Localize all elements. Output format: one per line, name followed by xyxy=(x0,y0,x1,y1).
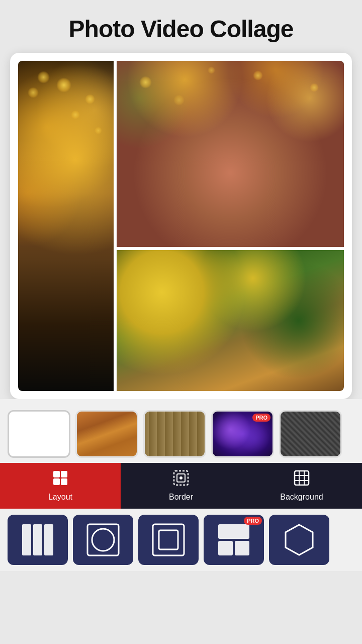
collage-grid xyxy=(18,61,344,391)
svg-marker-22 xyxy=(286,525,313,555)
tab-layout[interactable]: Layout xyxy=(0,463,121,509)
tab-border[interactable]: Border xyxy=(121,463,241,509)
svg-rect-3 xyxy=(61,478,67,485)
background-icon xyxy=(294,470,310,490)
bg-item-white[interactable] xyxy=(8,410,70,458)
svg-rect-7 xyxy=(295,471,309,485)
layout-icon xyxy=(52,470,68,490)
svg-rect-21 xyxy=(235,541,249,555)
svg-rect-13 xyxy=(33,524,42,555)
bg-item-metal[interactable] xyxy=(279,410,342,458)
layout-circle[interactable] xyxy=(73,515,133,565)
pro-badge-layout: PRO xyxy=(244,517,262,525)
svg-rect-14 xyxy=(44,524,53,555)
layout-hex[interactable] xyxy=(269,515,329,565)
svg-rect-1 xyxy=(61,471,67,477)
tab-background-label: Background xyxy=(280,493,323,502)
collage-photo-bottom-right[interactable] xyxy=(117,250,344,391)
svg-rect-18 xyxy=(159,530,178,549)
bg-item-wood[interactable] xyxy=(75,410,138,458)
svg-rect-2 xyxy=(53,478,60,485)
bg-picker: PRO xyxy=(0,405,362,463)
layout-options: PRO xyxy=(0,509,362,571)
svg-rect-20 xyxy=(218,541,233,555)
app-title: Photo Video Collage xyxy=(0,0,362,53)
bg-item-bamboo[interactable] xyxy=(143,410,206,458)
pro-badge: PRO xyxy=(252,414,270,422)
svg-rect-0 xyxy=(53,471,60,477)
collage-photo-left[interactable] xyxy=(18,61,114,391)
layout-three-cols[interactable] xyxy=(8,515,68,565)
layout-square[interactable] xyxy=(138,515,199,565)
collage-wrapper xyxy=(10,53,352,399)
nav-tabs: Layout Border xyxy=(0,463,362,509)
collage-photo-top-right[interactable] xyxy=(117,61,344,247)
svg-rect-17 xyxy=(153,524,184,555)
toolbar-area: PRO Layout xyxy=(0,399,362,571)
bg-item-galaxy[interactable]: PRO xyxy=(211,410,274,458)
svg-point-16 xyxy=(92,529,114,551)
svg-rect-19 xyxy=(218,524,249,539)
tab-background[interactable]: Background xyxy=(241,463,362,509)
border-icon xyxy=(173,470,189,490)
tab-border-label: Border xyxy=(169,493,193,502)
tab-layout-label: Layout xyxy=(48,493,72,502)
svg-point-6 xyxy=(179,476,183,479)
layout-split[interactable]: PRO xyxy=(204,515,264,565)
svg-rect-12 xyxy=(22,524,31,555)
